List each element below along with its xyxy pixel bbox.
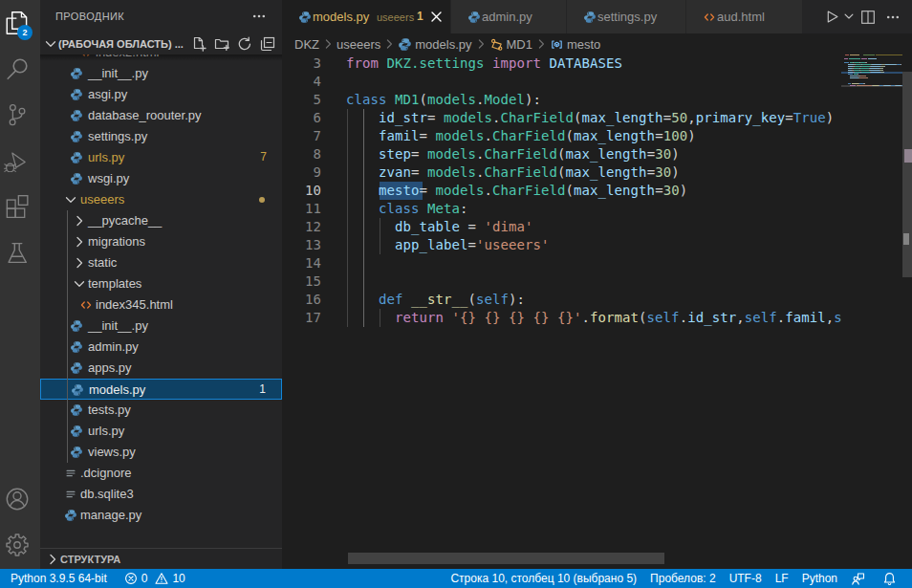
status-item-bell[interactable] — [876, 569, 907, 588]
activity-bar-item-explorer[interactable]: 2 — [0, 0, 40, 44]
tree-item-manage.py[interactable]: manage.py — [40, 505, 282, 526]
source-control-icon — [6, 103, 29, 126]
tree-item-views.py[interactable]: views.py — [40, 442, 282, 463]
close-icon[interactable] — [429, 10, 444, 24]
tree-item-__init__.py[interactable]: __init__.py — [40, 316, 282, 337]
line-number: 12 — [282, 218, 321, 236]
tree-item-apps.py[interactable]: apps.py — [40, 358, 282, 379]
code-token — [485, 55, 493, 71]
code-line-16: def __str__(self): — [346, 291, 525, 309]
tree-item-database_roouter.py[interactable]: database_roouter.py — [40, 105, 282, 126]
tree-item-label: settings.py — [88, 129, 147, 143]
ellipsis-icon[interactable] — [885, 10, 901, 25]
new-file-icon[interactable] — [191, 36, 206, 52]
minimap-line-segment — [863, 54, 875, 55]
breadcrumb-item-models.py[interactable]: models.py — [398, 37, 471, 52]
horizontal-scrollbar-slider[interactable] — [348, 553, 664, 564]
explorer-problems-badge: 2 — [17, 25, 33, 40]
outline-section-header[interactable]: СТРУКТУРА — [40, 548, 282, 569]
breadcrumb-item-useeers[interactable]: useeers — [337, 37, 380, 52]
new-folder-icon[interactable] — [214, 36, 229, 52]
code-token: import — [492, 55, 541, 71]
tree-item-index2.html[interactable]: index2.html — [40, 54, 282, 63]
line-number: 13 — [282, 236, 321, 254]
tree-item-urls.py[interactable]: urls.py7 — [40, 147, 282, 168]
activity-bar-item-run-debug[interactable] — [0, 138, 40, 182]
tab-admin.py[interactable]: admin.py — [451, 0, 567, 33]
minimap[interactable] — [841, 54, 902, 552]
tree-item-migrations[interactable]: migrations — [40, 231, 282, 252]
status-item[interactable]: Python 3.9.5 64-bit — [3, 569, 116, 588]
code-token: models — [427, 164, 476, 180]
sidebar-more-actions-icon[interactable] — [251, 9, 267, 24]
status-item[interactable]: Пробелов: 2 — [643, 569, 723, 588]
tree-item-__init__.py[interactable]: __init__.py — [40, 63, 282, 84]
tree-item-.dcignore[interactable]: .dcignore — [40, 463, 282, 484]
line-number: 5 — [282, 91, 321, 109]
line-number: 17 — [282, 309, 321, 327]
modified-dot-badge — [259, 197, 265, 203]
outline-chevron-right-icon[interactable] — [45, 552, 60, 567]
breadcrumb-item-mesto[interactable]: mesto — [550, 37, 600, 52]
status-item[interactable]: UTF-8 — [723, 569, 769, 588]
code-token: 30 — [655, 146, 671, 162]
code-editor[interactable]: 3from DKZ.settings import DATABASES45cla… — [282, 54, 841, 569]
breadcrumb-label: MD1 — [507, 37, 532, 52]
split-editor-icon[interactable] — [860, 10, 876, 25]
tab-settings.py[interactable]: settings.py — [567, 0, 686, 33]
workspace-name: (РАБОЧАЯ ОБЛАСТЬ) ... — [58, 38, 184, 50]
minimap-line-segment — [861, 66, 870, 67]
activity-bar-item-search[interactable] — [0, 46, 40, 90]
tree-item-asgi.py[interactable]: asgi.py — [40, 84, 282, 105]
code-token: CharField — [501, 110, 575, 125]
status-item[interactable]: Строка 10, столбец 10 (выбрано 5) — [444, 569, 643, 588]
tree-item-admin.py[interactable]: admin.py — [40, 337, 282, 358]
tree-item-__pycache__[interactable]: __pycache__ — [40, 210, 282, 231]
breadcrumb-item-MD1[interactable]: MD1 — [489, 37, 532, 52]
code-token — [541, 55, 550, 71]
tree-item-useeers[interactable]: useeers — [40, 189, 282, 210]
tree-item-urls.py[interactable]: urls.py — [40, 421, 282, 442]
code-token: max_length — [566, 164, 647, 180]
tree-item-index345.html[interactable]: index345.html — [40, 294, 282, 316]
activity-bar-item-extensions[interactable] — [0, 184, 40, 228]
activity-bar-item-testing[interactable] — [0, 229, 40, 273]
workspace-chevron-down-icon[interactable] — [43, 36, 58, 52]
status-item[interactable]: LF — [769, 569, 795, 588]
code-line-13: app_label='useeers' — [346, 236, 550, 254]
tree-item-wsgi.py[interactable]: wsgi.py — [40, 168, 282, 189]
python-icon — [467, 11, 481, 24]
tab-aud.html[interactable]: aud.html — [686, 0, 803, 33]
tree-item-settings.py[interactable]: settings.py — [40, 126, 282, 147]
vertical-scrollbar[interactable] — [902, 54, 912, 569]
explorer-sidebar: ПРОВОДНИК (РАБОЧАЯ ОБЛАСТЬ) ... index2.h… — [40, 0, 282, 569]
breadcrumb-separator-icon — [381, 36, 397, 52]
activity-bar-item-accounts[interactable] — [0, 476, 40, 520]
activity-bar-item-settings[interactable] — [0, 522, 40, 566]
status-item[interactable]: Python — [795, 569, 844, 588]
tree-item-static[interactable]: static — [40, 252, 282, 273]
code-token — [346, 183, 379, 198]
code-token: = — [647, 164, 656, 180]
tree-item-models.py[interactable]: models.py1 — [40, 379, 282, 400]
status-item-warning[interactable]: 10 — [151, 569, 188, 588]
workspace-section-header[interactable]: (РАБОЧАЯ ОБЛАСТЬ) ... — [40, 33, 282, 54]
code-token: max_length — [566, 146, 647, 162]
html-icon — [703, 11, 716, 24]
run-icon[interactable] — [825, 10, 839, 24]
tree-item-templates[interactable]: templates — [40, 273, 282, 294]
chevron-down-icon[interactable] — [842, 10, 856, 23]
tree-item-tests.py[interactable]: tests.py — [40, 400, 282, 421]
refresh-icon[interactable] — [237, 36, 252, 52]
code-token — [346, 292, 379, 307]
breadcrumb-item-DKZ[interactable]: DKZ — [294, 37, 319, 52]
vertical-scrollbar-slider[interactable] — [902, 72, 912, 277]
code-token — [346, 164, 379, 180]
status-item-feedback[interactable] — [844, 569, 876, 588]
tab-models.py[interactable]: models.pyuseeers1 — [282, 0, 451, 33]
code-token: models — [427, 146, 476, 162]
collapse-all-icon[interactable] — [260, 36, 275, 52]
tree-item-db.sqlite3[interactable]: db.sqlite3 — [40, 484, 282, 505]
status-item-error[interactable]: 0 — [116, 569, 152, 588]
activity-bar-item-source-control[interactable] — [0, 92, 40, 136]
